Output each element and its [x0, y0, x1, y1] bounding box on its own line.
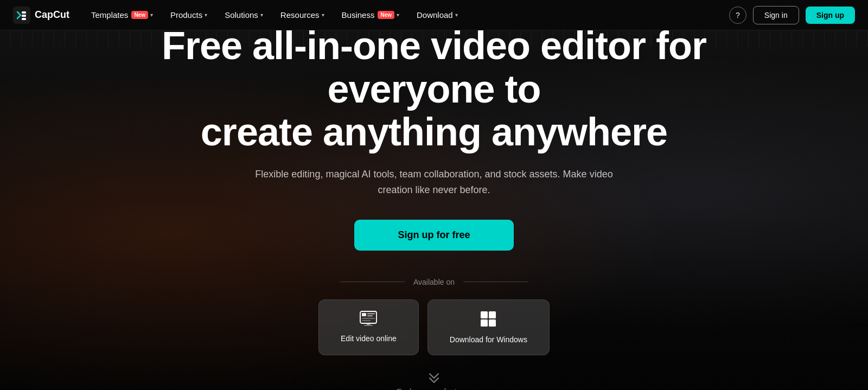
svg-rect-11 [364, 325, 373, 326]
nav-label-products: Products [170, 10, 202, 20]
chevron-down-icon: ▾ [150, 12, 153, 18]
hero-title-line2: create anything anywhere [201, 110, 667, 154]
svg-rect-2 [22, 15, 26, 17]
chevron-down-icon: ▾ [455, 12, 458, 18]
svg-rect-7 [367, 315, 373, 317]
windows-icon [480, 311, 496, 331]
nav-links: Templates New ▾ Products ▾ Solutions ▾ R… [82, 0, 467, 30]
explore-more[interactable]: Explore more features [397, 373, 471, 390]
logo-icon [13, 7, 30, 24]
navbar: CapCut Templates New ▾ Products ▾ Soluti… [0, 0, 868, 30]
nav-label-resources: Resources [280, 10, 320, 20]
chevron-down-icon: ▾ [322, 12, 324, 18]
navbar-right: ? Sign in Sign up [729, 6, 855, 24]
nav-label-download: Download [417, 10, 453, 20]
available-on-text: Available on [413, 278, 455, 286]
brand-name: CapCut [35, 9, 69, 21]
signin-button[interactable]: Sign in [753, 6, 799, 24]
chevron-down-icon: ▾ [397, 12, 399, 18]
chevron-down-icon: ▾ [260, 12, 263, 18]
nav-item-solutions[interactable]: Solutions ▾ [216, 0, 272, 30]
svg-rect-3 [22, 18, 26, 20]
hero-title-line1: Free all-in-one video editor for everyon… [162, 24, 706, 110]
svg-rect-10 [367, 323, 370, 325]
online-editor-icon [360, 311, 377, 330]
nav-item-products[interactable]: Products ▾ [162, 0, 216, 30]
nav-badge-templates: New [131, 11, 148, 19]
available-on-label: Available on [340, 278, 528, 286]
svg-rect-0 [13, 7, 30, 24]
svg-rect-14 [481, 319, 488, 327]
chevrons-down-icon [427, 373, 441, 385]
explore-more-label: Explore more features [397, 387, 471, 390]
platform-buttons: Edit video online Download for Windows [318, 299, 550, 355]
logo[interactable]: CapCut [13, 7, 69, 24]
svg-rect-5 [362, 313, 366, 316]
hero-subtitle: Flexible editing, magical AI tools, team… [244, 167, 624, 198]
nav-label-business: Business [342, 10, 375, 20]
hero-content: Free all-in-one video editor for everyon… [136, 24, 732, 390]
svg-rect-6 [367, 313, 375, 315]
svg-rect-1 [22, 11, 26, 14]
download-windows-button[interactable]: Download for Windows [427, 299, 550, 355]
cta-signup-button[interactable]: Sign up for free [354, 220, 513, 251]
svg-rect-9 [362, 320, 371, 321]
signup-button[interactable]: Sign up [806, 7, 855, 24]
navbar-left: CapCut Templates New ▾ Products ▾ Soluti… [13, 0, 467, 30]
question-mark-icon: ? [736, 11, 740, 20]
nav-label-solutions: Solutions [225, 10, 258, 20]
hero-title: Free all-in-one video editor for everyon… [136, 24, 732, 154]
nav-item-business[interactable]: Business New ▾ [333, 0, 408, 30]
svg-rect-8 [362, 318, 375, 319]
help-button[interactable]: ? [729, 7, 746, 24]
download-windows-label: Download for Windows [450, 335, 527, 344]
nav-item-templates[interactable]: Templates New ▾ [82, 0, 162, 30]
svg-rect-13 [489, 311, 496, 318]
nav-item-download[interactable]: Download ▾ [408, 0, 467, 30]
nav-badge-business: New [378, 11, 394, 19]
edit-online-button[interactable]: Edit video online [318, 299, 419, 355]
chevron-down-icon: ▾ [205, 12, 207, 18]
hero-section: Free all-in-one video editor for everyon… [0, 0, 868, 390]
edit-online-label: Edit video online [341, 334, 397, 343]
svg-rect-15 [489, 319, 496, 327]
nav-label-templates: Templates [91, 10, 128, 20]
nav-item-resources[interactable]: Resources ▾ [272, 0, 333, 30]
svg-rect-12 [481, 311, 488, 318]
